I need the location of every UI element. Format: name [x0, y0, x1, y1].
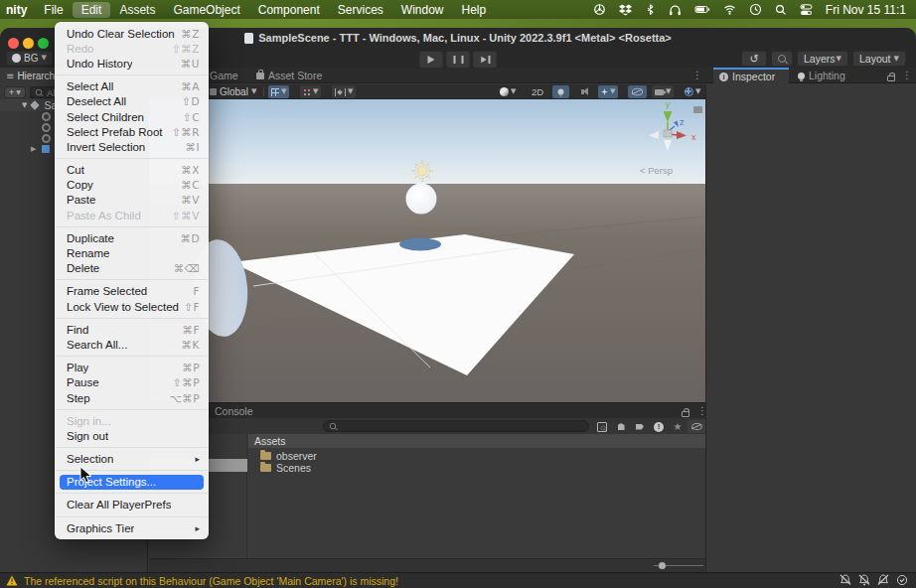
- tab-asset-store[interactable]: Asset Store: [250, 68, 328, 83]
- battery-icon[interactable]: [694, 4, 710, 15]
- thumbnail-slider-knob[interactable]: [659, 562, 666, 569]
- account-dropdown[interactable]: BG ▼: [6, 51, 53, 66]
- notifications-muted-icon[interactable]: [877, 574, 889, 588]
- app-menu-unity[interactable]: nity: [4, 2, 35, 18]
- menu-item-sign-out[interactable]: Sign out: [55, 428, 209, 443]
- progress-check-icon[interactable]: [896, 574, 908, 588]
- search-by-import-button[interactable]: [613, 420, 629, 433]
- recents-icon[interactable]: [749, 3, 762, 16]
- assets-breadcrumb[interactable]: Assets: [248, 434, 705, 448]
- search-button[interactable]: [771, 51, 793, 67]
- lock-icon[interactable]: [887, 75, 895, 81]
- grid-snap-button[interactable]: ▼: [268, 85, 289, 98]
- menu-item-select-children[interactable]: Select Children⇧C: [55, 109, 209, 124]
- perspective-label[interactable]: < Persp: [640, 165, 673, 176]
- inspector-panel-menu-icon[interactable]: ⋮: [902, 70, 912, 80]
- scene-visibility-toggle[interactable]: [628, 85, 647, 98]
- menu-item-step[interactable]: Step⌥⌘P: [55, 390, 209, 405]
- menu-item-undo-clear-selection[interactable]: Undo Clear Selection⌘Z: [55, 26, 209, 41]
- directional-light-gizmo[interactable]: [411, 160, 433, 182]
- handle-rotation-dropdown[interactable]: Global ▼: [207, 85, 259, 98]
- scene-gizmos-dropdown[interactable]: ▼: [682, 85, 703, 98]
- tab-inspector[interactable]: Inspector: [713, 68, 789, 83]
- lock-icon[interactable]: [682, 411, 689, 417]
- move-snap-button[interactable]: ▼: [332, 85, 356, 98]
- scene-audio-toggle[interactable]: [574, 85, 591, 98]
- menu-window[interactable]: Window: [392, 2, 453, 18]
- control-center-icon[interactable]: [800, 4, 813, 16]
- menu-item-pause[interactable]: Pause⇧⌘P: [55, 375, 209, 390]
- menu-item-lock-view-to-selected[interactable]: Lock View to Selected⇧F: [55, 299, 209, 314]
- menu-item-play[interactable]: Play⌘P: [55, 361, 209, 375]
- menu-item-undo-history[interactable]: Undo History⌘U: [55, 56, 209, 71]
- favorites-button[interactable]: ★: [670, 420, 686, 433]
- layers-dropdown[interactable]: Layers▼: [797, 51, 848, 67]
- undo-history-button[interactable]: ↺: [741, 51, 767, 67]
- menu-item-cut[interactable]: Cut⌘X: [55, 163, 209, 178]
- menu-item-select-prefab-root[interactable]: Select Prefab Root⇧⌘R: [55, 124, 209, 139]
- menu-item-clear-all-playerprefs[interactable]: Clear All PlayerPrefs: [55, 498, 209, 513]
- unity-hub-icon[interactable]: [593, 3, 606, 16]
- dropbox-icon[interactable]: [619, 4, 632, 16]
- tab-hierarchy[interactable]: ≡Hierarchy: [0, 68, 57, 83]
- expander-right-icon[interactable]: ▶: [31, 146, 36, 153]
- step-button[interactable]: [473, 51, 498, 69]
- menu-item-copy[interactable]: Copy⌘C: [55, 178, 209, 193]
- menu-edit[interactable]: Edit: [73, 2, 111, 18]
- bluetooth-icon[interactable]: [645, 3, 656, 16]
- menu-item-graphics-tier[interactable]: Graphics Tier▸: [55, 520, 209, 535]
- tab-game[interactable]: Game: [204, 68, 244, 83]
- scene-panel-menu-icon[interactable]: ⋮: [692, 70, 702, 80]
- menu-services[interactable]: Services: [329, 2, 392, 18]
- menu-item-rename[interactable]: Rename: [55, 245, 209, 260]
- hierarchy-item-prefab[interactable]: [42, 145, 50, 153]
- menu-item-deselect-all[interactable]: Deselect All⇧D: [55, 94, 209, 109]
- draw-mode-dropdown[interactable]: ▼: [497, 85, 519, 98]
- scene-effects-dropdown[interactable]: ▼: [598, 85, 618, 98]
- layout-dropdown[interactable]: Layout▼: [852, 51, 906, 67]
- scene-view[interactable]: y x z < Persp: [149, 99, 705, 402]
- wifi-icon[interactable]: [723, 4, 736, 15]
- menu-file[interactable]: File: [35, 2, 72, 18]
- status-bar[interactable]: The referenced script on this Behaviour …: [0, 572, 916, 588]
- toggle-2d-button[interactable]: 2D: [529, 85, 546, 98]
- menu-item-invert-selection[interactable]: Invert Selection⌘I: [55, 139, 209, 154]
- increment-snap-button[interactable]: ▼: [300, 85, 321, 98]
- menu-item-find[interactable]: Find⌘F: [55, 322, 209, 337]
- search-by-label-button[interactable]: [632, 420, 648, 433]
- play-button[interactable]: [419, 51, 444, 69]
- hierarchy-item-gameobject[interactable]: [42, 123, 51, 132]
- gizmo-lock-icon[interactable]: [693, 106, 702, 113]
- hierarchy-item-gameobject[interactable]: [42, 112, 51, 121]
- headphones-icon[interactable]: [669, 4, 682, 16]
- menu-gameobject[interactable]: GameObject: [164, 2, 248, 18]
- menu-item-frame-selected[interactable]: Frame SelectedF: [55, 284, 209, 299]
- menu-assets[interactable]: Assets: [110, 2, 164, 18]
- collab-muted-icon[interactable]: [858, 574, 870, 588]
- sphere-object[interactable]: [406, 184, 437, 215]
- menu-item-search-all[interactable]: Search All...⌘K: [55, 337, 209, 352]
- menu-item-paste[interactable]: Paste⌘V: [55, 193, 209, 208]
- menu-item-duplicate[interactable]: Duplicate⌘D: [55, 230, 209, 245]
- baking-muted-icon[interactable]: [840, 574, 851, 588]
- hierarchy-add-button[interactable]: +▼: [4, 86, 26, 98]
- tab-lighting[interactable]: Lighting: [792, 68, 851, 83]
- scene-lighting-toggle[interactable]: [552, 85, 569, 98]
- tab-console[interactable]: Console: [209, 403, 259, 419]
- blue-disc[interactable]: [399, 238, 441, 251]
- folder-row-scenes[interactable]: Scenes: [260, 462, 311, 474]
- menu-component[interactable]: Component: [249, 2, 329, 18]
- menu-help[interactable]: Help: [453, 2, 496, 18]
- menu-item-select-all[interactable]: Select All⌘A: [55, 79, 209, 94]
- menu-item-selection[interactable]: Selection▸: [55, 452, 209, 467]
- pause-button[interactable]: [446, 51, 471, 69]
- console-errors-button[interactable]: [651, 420, 667, 433]
- search-by-type-button[interactable]: [594, 420, 610, 433]
- project-search-input[interactable]: [323, 420, 589, 432]
- menu-item-delete[interactable]: Delete⌘⌫: [55, 261, 209, 276]
- menubar-clock[interactable]: Fri Nov 15 11:1: [826, 3, 906, 17]
- scene-camera-dropdown[interactable]: ▼: [652, 85, 674, 98]
- spotlight-icon[interactable]: [775, 4, 787, 16]
- hierarchy-item-gameobject[interactable]: [42, 134, 51, 143]
- folder-row-observer[interactable]: observer: [260, 450, 317, 462]
